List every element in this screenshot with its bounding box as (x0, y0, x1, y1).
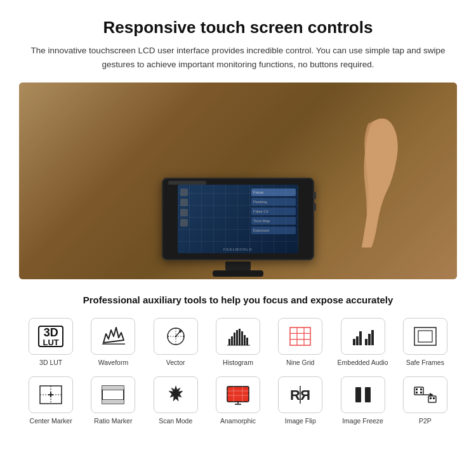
section-heading: Professional auxiliary tools to help you… (19, 293, 457, 307)
icon-item-3dlut: 3D LUT 3D LUT (22, 318, 79, 367)
vector-icon (162, 325, 189, 348)
icon-label-audio: Embedded Audio (338, 359, 388, 367)
svg-rect-16 (244, 335, 246, 345)
icon-box-3dlut: 3D LUT (29, 318, 73, 355)
icon-label-scanmode: Scan Mode (159, 417, 192, 426)
row-spacer (19, 367, 457, 376)
screen-menu-item: Peaking (251, 198, 296, 206)
hero-image: Focus Peaking False Clr Tone Map Exposur… (19, 83, 457, 279)
svg-rect-10 (228, 339, 230, 345)
svg-rect-39 (102, 386, 124, 390)
svg-rect-55 (416, 388, 418, 390)
brand-label: FEELWORLD (223, 248, 253, 251)
camera-base (213, 270, 263, 277)
icon-item-safeframes: Safe Frames (397, 318, 454, 367)
3dlut-icon: 3D LUT (38, 326, 63, 347)
icon-box-imagefreeze (341, 376, 385, 413)
histogram-icon (225, 325, 251, 348)
svg-rect-63 (433, 397, 435, 399)
icon-item-waveform: Waveform (84, 318, 142, 367)
svg-rect-38 (102, 390, 124, 400)
svg-rect-15 (241, 331, 243, 345)
monitor-stand: Focus Peaking False Clr Tone Map Exposur… (149, 178, 327, 279)
icon-label-vector: Vector (166, 359, 185, 367)
icon-label-ratiomarker: Ratio Marker (94, 417, 132, 426)
icon-box-anamorphic (216, 376, 260, 413)
icon-box-p2p (403, 376, 447, 413)
side-button (314, 192, 316, 199)
screen-icons (179, 188, 189, 249)
svg-marker-0 (103, 327, 124, 343)
svg-text:R: R (300, 387, 310, 403)
icon-item-p2p: P2P (397, 376, 454, 426)
icon-label-ninegrid: Nine Grid (286, 359, 314, 367)
svg-rect-41 (227, 387, 249, 402)
imagefreeze-icon (350, 383, 376, 406)
screen-menu-item: Tone Map (251, 217, 296, 225)
screen-icon (180, 188, 188, 196)
icon-label-imageflip: Image Flip (285, 417, 316, 426)
anamorphic-icon (225, 383, 251, 406)
icon-label-centermarker: Center Marker (30, 417, 72, 426)
screen-icon (180, 199, 188, 206)
icon-item-ninegrid: Nine Grid (272, 318, 329, 367)
icon-item-scanmode: Scan Mode (147, 376, 204, 426)
svg-rect-11 (231, 336, 233, 345)
page-wrapper: Responsive touch screen controls The inn… (0, 0, 476, 438)
screen-menu-item: Focus (251, 188, 296, 196)
icon-box-safeframes (403, 318, 447, 355)
scanmode-icon (162, 383, 189, 406)
icons-row1: 3D LUT 3D LUT Waveform (19, 318, 457, 367)
icon-box-imageflip: R R (278, 376, 322, 413)
waveform-icon (100, 325, 126, 348)
icon-label-waveform: Waveform (98, 359, 128, 367)
icon-box-vector (154, 318, 198, 355)
camera-mount (225, 261, 251, 270)
svg-point-7 (179, 330, 182, 333)
svg-rect-56 (420, 388, 422, 390)
svg-rect-14 (239, 329, 241, 345)
svg-rect-62 (430, 397, 432, 399)
svg-rect-24 (353, 339, 355, 345)
icon-label-imagefreeze: Image Freeze (342, 417, 383, 426)
icon-label-safeframes: Safe Frames (406, 359, 444, 367)
icon-label-p2p: P2P (419, 417, 432, 426)
icon-item-imagefreeze: Image Freeze (334, 376, 391, 426)
imageflip-icon: R R (287, 383, 314, 406)
svg-rect-29 (371, 330, 374, 345)
icon-box-waveform (91, 318, 135, 355)
page-title: Responsive touch screen controls (19, 18, 457, 37)
svg-rect-53 (365, 387, 371, 402)
svg-rect-30 (414, 327, 436, 345)
svg-rect-25 (356, 336, 359, 345)
svg-rect-19 (290, 327, 310, 345)
screen-menu-item: Exposure (251, 227, 296, 234)
icons-row2: Center Marker Ratio Marker (19, 376, 457, 426)
icon-item-audio: Embedded Audio (334, 318, 391, 367)
screen-icon (180, 219, 188, 227)
svg-text:R: R (290, 387, 300, 403)
svg-rect-61 (428, 396, 436, 402)
icon-box-ratiomarker (91, 376, 135, 413)
audio-icon (350, 325, 376, 348)
svg-rect-57 (416, 392, 418, 393)
svg-rect-12 (234, 333, 235, 345)
icon-item-histogram: Histogram (209, 318, 267, 367)
p2p-icon (412, 383, 439, 406)
icon-box-ninegrid (278, 318, 322, 355)
centermarker-icon (37, 383, 64, 406)
svg-rect-40 (102, 400, 124, 404)
icon-item-anamorphic: Anamorphic (209, 376, 267, 426)
svg-rect-28 (368, 334, 371, 345)
monitor-screen: Focus Peaking False Clr Tone Map Exposur… (178, 185, 298, 253)
svg-rect-27 (365, 339, 367, 345)
svg-rect-52 (355, 387, 361, 402)
svg-rect-17 (246, 338, 248, 345)
hand-visual (330, 108, 419, 248)
svg-rect-13 (236, 330, 238, 345)
screen-icon (180, 209, 188, 216)
icon-label-anamorphic: Anamorphic (220, 417, 256, 426)
icon-item-imageflip: R R Image Flip (272, 376, 329, 426)
svg-rect-31 (418, 331, 432, 342)
icon-item-vector: Vector (147, 318, 204, 367)
